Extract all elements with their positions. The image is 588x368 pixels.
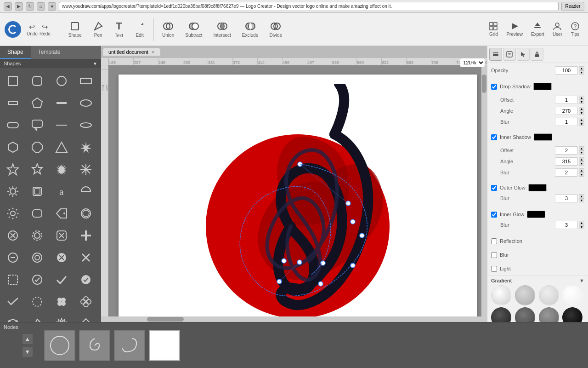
intersect-tool-button[interactable]: Intersect (209, 19, 235, 40)
ig-blur-spinner[interactable]: ▲ ▼ (579, 221, 584, 229)
tab-close-button[interactable]: ✕ (151, 50, 155, 55)
user-button[interactable]: User (549, 20, 566, 39)
swatch-medium[interactable] (539, 307, 559, 322)
ds-blur-spinner[interactable]: ▲ ▼ (579, 118, 584, 126)
rp-lock-button[interactable] (531, 48, 543, 61)
shape-half-circle[interactable] (76, 181, 96, 201)
shape-speech-bubble[interactable] (27, 115, 47, 135)
shape-badge3[interactable] (76, 203, 96, 224)
node-thumb-spiral[interactable] (79, 330, 110, 361)
node-thumb-selected[interactable] (149, 330, 180, 361)
reflection-checkbox[interactable] (491, 238, 497, 244)
shape-sun-dots[interactable] (3, 203, 23, 224)
scrollbar-thumb-h[interactable] (147, 317, 184, 322)
shape-6star[interactable] (27, 159, 47, 179)
grid-button[interactable]: Grid (485, 20, 502, 39)
ds-angle-input[interactable] (555, 107, 578, 115)
is-blur-spinner[interactable]: ▲ ▼ (579, 168, 584, 177)
swatch-gray[interactable] (539, 285, 559, 305)
shape-thin-rect[interactable] (3, 93, 23, 113)
divide-tool-button[interactable]: Divide (265, 19, 287, 40)
shape-rounded-rect-h[interactable] (3, 115, 23, 135)
shape-x-cross[interactable] (76, 225, 96, 246)
rp-layers-button[interactable] (489, 48, 502, 61)
node-thumb-hook[interactable] (114, 330, 145, 361)
zoom-select[interactable]: 120% 50% 75% 100% 150% 200% (460, 58, 485, 67)
shape-wide-ellipse[interactable] (76, 115, 96, 135)
is-angle-spinner[interactable]: ▲ ▼ (579, 157, 584, 166)
shape-x-circle[interactable] (3, 225, 23, 246)
shape-ellipse[interactable] (76, 93, 96, 113)
vertical-scrollbar[interactable] (481, 65, 487, 316)
ig-blur-input[interactable] (555, 221, 578, 229)
shape-triangle[interactable] (51, 137, 72, 157)
outer-glow-checkbox[interactable] (491, 185, 497, 191)
preview-button[interactable]: Preview (503, 20, 526, 39)
tab-shape[interactable]: Shape (0, 46, 31, 59)
opacity-down[interactable]: ▼ (579, 70, 584, 75)
shape-clover2[interactable] (76, 292, 96, 312)
shape-3d-shape[interactable] (27, 314, 47, 322)
shape-checkbox[interactable] (3, 270, 23, 290)
shape-x-circle2[interactable] (3, 247, 23, 268)
og-blur-spinner[interactable]: ▲ ▼ (579, 194, 584, 202)
shape-starburst[interactable] (76, 137, 96, 157)
node-tool-down[interactable]: ▼ (22, 346, 33, 357)
is-offset-input[interactable] (555, 146, 578, 155)
tab-template[interactable]: Template (31, 46, 68, 59)
inner-shadow-color[interactable] (534, 133, 552, 141)
shape-wide-rect[interactable] (76, 71, 96, 91)
rp-pointer-button[interactable] (517, 48, 530, 61)
shape-12star[interactable] (51, 159, 72, 179)
shape-pentagon[interactable] (27, 93, 47, 113)
inner-shadow-checkbox[interactable] (491, 134, 497, 140)
swatch-light-gray[interactable] (515, 285, 535, 305)
tips-button[interactable]: ? Tips (567, 20, 583, 39)
shape-gear-circle[interactable] (27, 225, 47, 246)
union-tool-button[interactable]: Union (158, 19, 179, 40)
blur-checkbox[interactable] (491, 252, 497, 258)
opacity-up[interactable]: ▲ (579, 66, 584, 70)
shape-x-badge[interactable] (51, 225, 72, 246)
shape-sunburst[interactable] (3, 181, 23, 201)
is-angle-input[interactable] (555, 157, 578, 166)
back-button[interactable]: ◀ (4, 2, 12, 11)
swatch-medium-dark[interactable] (515, 307, 535, 322)
swatch-dark-gray[interactable] (491, 307, 511, 322)
shape-dashed-circle[interactable] (27, 292, 47, 312)
rp-filter-button[interactable] (503, 48, 516, 61)
shape-circle[interactable] (51, 71, 72, 91)
drop-shadow-checkbox[interactable] (491, 84, 497, 90)
ds-offset-input[interactable] (555, 96, 578, 104)
horizontal-scrollbar[interactable] (101, 316, 487, 322)
shape-dash[interactable] (51, 93, 72, 113)
export-button[interactable]: Export (527, 20, 548, 39)
shape-x-circle3[interactable] (27, 247, 47, 268)
og-blur-input[interactable] (555, 194, 578, 202)
forward-button[interactable]: ▶ (15, 2, 23, 11)
swatch-black[interactable] (562, 307, 582, 322)
opacity-input[interactable] (555, 66, 578, 75)
text-tool-button[interactable]: T Text (110, 18, 128, 40)
shape-diamond[interactable] (76, 314, 96, 322)
reader-button[interactable]: Reader (561, 2, 584, 11)
shape-square[interactable] (3, 71, 23, 91)
shape-snowflake[interactable] (76, 159, 96, 179)
shape-rounded-square[interactable] (27, 71, 47, 91)
subtract-tool-button[interactable]: Subtract (181, 19, 207, 40)
light-checkbox[interactable] (491, 266, 497, 272)
swatch-near-white[interactable] (562, 285, 582, 305)
inner-glow-color[interactable] (527, 211, 545, 218)
is-blur-input[interactable] (555, 168, 578, 177)
shape-clover[interactable] (51, 292, 72, 312)
shape-star-of-david[interactable] (51, 314, 72, 322)
shape-x-circle4[interactable] (51, 247, 72, 268)
is-offset-spinner[interactable]: ▲ ▼ (579, 146, 584, 155)
pen-tool-button[interactable]: Pen (88, 19, 108, 40)
node-tool-up[interactable]: ▲ (22, 334, 33, 345)
home-button[interactable]: ⌂ (37, 2, 45, 11)
scrollbar-thumb-v[interactable] (482, 75, 486, 93)
shape-5star[interactable] (3, 159, 23, 179)
exclude-tool-button[interactable]: Exclude (237, 19, 263, 40)
shape-x-thin[interactable] (76, 247, 96, 268)
